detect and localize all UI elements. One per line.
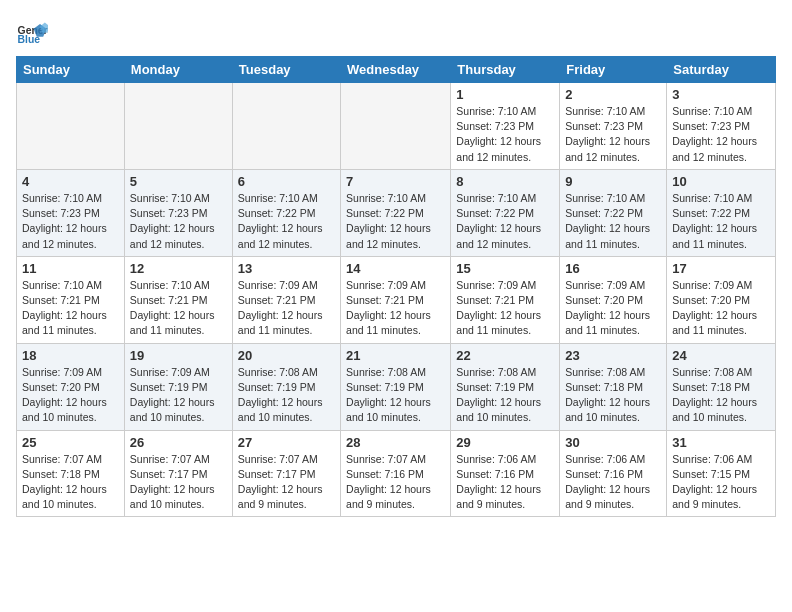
calendar-cell: 18Sunrise: 7:09 AMSunset: 7:20 PMDayligh…: [17, 343, 125, 430]
calendar-week-row: 25Sunrise: 7:07 AMSunset: 7:18 PMDayligh…: [17, 430, 776, 517]
day-info: Sunrise: 7:10 AMSunset: 7:23 PMDaylight:…: [456, 104, 554, 165]
calendar-week-row: 4Sunrise: 7:10 AMSunset: 7:23 PMDaylight…: [17, 169, 776, 256]
day-number: 6: [238, 174, 335, 189]
day-info: Sunrise: 7:10 AMSunset: 7:22 PMDaylight:…: [238, 191, 335, 252]
calendar-cell: 7Sunrise: 7:10 AMSunset: 7:22 PMDaylight…: [341, 169, 451, 256]
day-info: Sunrise: 7:09 AMSunset: 7:20 PMDaylight:…: [672, 278, 770, 339]
day-info: Sunrise: 7:10 AMSunset: 7:22 PMDaylight:…: [565, 191, 661, 252]
day-info: Sunrise: 7:09 AMSunset: 7:21 PMDaylight:…: [238, 278, 335, 339]
weekday-header-tuesday: Tuesday: [232, 57, 340, 83]
calendar-week-row: 1Sunrise: 7:10 AMSunset: 7:23 PMDaylight…: [17, 83, 776, 170]
day-info: Sunrise: 7:06 AMSunset: 7:16 PMDaylight:…: [456, 452, 554, 513]
day-info: Sunrise: 7:09 AMSunset: 7:20 PMDaylight:…: [22, 365, 119, 426]
calendar-table: SundayMondayTuesdayWednesdayThursdayFrid…: [16, 56, 776, 517]
day-info: Sunrise: 7:07 AMSunset: 7:16 PMDaylight:…: [346, 452, 445, 513]
day-number: 13: [238, 261, 335, 276]
day-number: 10: [672, 174, 770, 189]
day-number: 9: [565, 174, 661, 189]
calendar-cell: [232, 83, 340, 170]
day-info: Sunrise: 7:06 AMSunset: 7:15 PMDaylight:…: [672, 452, 770, 513]
weekday-header-monday: Monday: [124, 57, 232, 83]
calendar-cell: 13Sunrise: 7:09 AMSunset: 7:21 PMDayligh…: [232, 256, 340, 343]
calendar-cell: 17Sunrise: 7:09 AMSunset: 7:20 PMDayligh…: [667, 256, 776, 343]
day-number: 4: [22, 174, 119, 189]
day-info: Sunrise: 7:08 AMSunset: 7:19 PMDaylight:…: [346, 365, 445, 426]
day-info: Sunrise: 7:10 AMSunset: 7:23 PMDaylight:…: [22, 191, 119, 252]
calendar-cell: 4Sunrise: 7:10 AMSunset: 7:23 PMDaylight…: [17, 169, 125, 256]
calendar-cell: 20Sunrise: 7:08 AMSunset: 7:19 PMDayligh…: [232, 343, 340, 430]
day-number: 3: [672, 87, 770, 102]
calendar-cell: [341, 83, 451, 170]
calendar-cell: 23Sunrise: 7:08 AMSunset: 7:18 PMDayligh…: [560, 343, 667, 430]
weekday-header-friday: Friday: [560, 57, 667, 83]
calendar-cell: 10Sunrise: 7:10 AMSunset: 7:22 PMDayligh…: [667, 169, 776, 256]
day-info: Sunrise: 7:08 AMSunset: 7:19 PMDaylight:…: [238, 365, 335, 426]
day-number: 18: [22, 348, 119, 363]
calendar-cell: 25Sunrise: 7:07 AMSunset: 7:18 PMDayligh…: [17, 430, 125, 517]
day-number: 1: [456, 87, 554, 102]
day-info: Sunrise: 7:10 AMSunset: 7:22 PMDaylight:…: [456, 191, 554, 252]
calendar-cell: 9Sunrise: 7:10 AMSunset: 7:22 PMDaylight…: [560, 169, 667, 256]
day-number: 30: [565, 435, 661, 450]
day-number: 21: [346, 348, 445, 363]
day-info: Sunrise: 7:10 AMSunset: 7:23 PMDaylight:…: [130, 191, 227, 252]
day-number: 14: [346, 261, 445, 276]
day-info: Sunrise: 7:09 AMSunset: 7:19 PMDaylight:…: [130, 365, 227, 426]
calendar-cell: 27Sunrise: 7:07 AMSunset: 7:17 PMDayligh…: [232, 430, 340, 517]
weekday-header-saturday: Saturday: [667, 57, 776, 83]
day-info: Sunrise: 7:08 AMSunset: 7:18 PMDaylight:…: [672, 365, 770, 426]
day-number: 31: [672, 435, 770, 450]
calendar-cell: 30Sunrise: 7:06 AMSunset: 7:16 PMDayligh…: [560, 430, 667, 517]
day-number: 16: [565, 261, 661, 276]
calendar-body: 1Sunrise: 7:10 AMSunset: 7:23 PMDaylight…: [17, 83, 776, 517]
day-info: Sunrise: 7:10 AMSunset: 7:22 PMDaylight:…: [672, 191, 770, 252]
calendar-cell: 19Sunrise: 7:09 AMSunset: 7:19 PMDayligh…: [124, 343, 232, 430]
calendar-cell: 31Sunrise: 7:06 AMSunset: 7:15 PMDayligh…: [667, 430, 776, 517]
weekday-header-row: SundayMondayTuesdayWednesdayThursdayFrid…: [17, 57, 776, 83]
calendar-cell: 21Sunrise: 7:08 AMSunset: 7:19 PMDayligh…: [341, 343, 451, 430]
day-number: 11: [22, 261, 119, 276]
day-number: 24: [672, 348, 770, 363]
day-number: 17: [672, 261, 770, 276]
day-number: 7: [346, 174, 445, 189]
day-number: 20: [238, 348, 335, 363]
day-number: 28: [346, 435, 445, 450]
day-number: 25: [22, 435, 119, 450]
logo: General Blue: [16, 16, 52, 48]
calendar-cell: 26Sunrise: 7:07 AMSunset: 7:17 PMDayligh…: [124, 430, 232, 517]
day-info: Sunrise: 7:07 AMSunset: 7:17 PMDaylight:…: [238, 452, 335, 513]
calendar-cell: 3Sunrise: 7:10 AMSunset: 7:23 PMDaylight…: [667, 83, 776, 170]
calendar-cell: 24Sunrise: 7:08 AMSunset: 7:18 PMDayligh…: [667, 343, 776, 430]
calendar-cell: 6Sunrise: 7:10 AMSunset: 7:22 PMDaylight…: [232, 169, 340, 256]
day-number: 2: [565, 87, 661, 102]
day-info: Sunrise: 7:08 AMSunset: 7:19 PMDaylight:…: [456, 365, 554, 426]
day-number: 8: [456, 174, 554, 189]
calendar-cell: 11Sunrise: 7:10 AMSunset: 7:21 PMDayligh…: [17, 256, 125, 343]
weekday-header-thursday: Thursday: [451, 57, 560, 83]
calendar-cell: 1Sunrise: 7:10 AMSunset: 7:23 PMDaylight…: [451, 83, 560, 170]
day-info: Sunrise: 7:08 AMSunset: 7:18 PMDaylight:…: [565, 365, 661, 426]
day-number: 19: [130, 348, 227, 363]
day-number: 26: [130, 435, 227, 450]
calendar-cell: 12Sunrise: 7:10 AMSunset: 7:21 PMDayligh…: [124, 256, 232, 343]
calendar-week-row: 18Sunrise: 7:09 AMSunset: 7:20 PMDayligh…: [17, 343, 776, 430]
day-number: 22: [456, 348, 554, 363]
day-info: Sunrise: 7:06 AMSunset: 7:16 PMDaylight:…: [565, 452, 661, 513]
calendar-cell: 29Sunrise: 7:06 AMSunset: 7:16 PMDayligh…: [451, 430, 560, 517]
day-number: 15: [456, 261, 554, 276]
day-info: Sunrise: 7:10 AMSunset: 7:23 PMDaylight:…: [672, 104, 770, 165]
day-info: Sunrise: 7:10 AMSunset: 7:23 PMDaylight:…: [565, 104, 661, 165]
day-number: 23: [565, 348, 661, 363]
logo-icon: General Blue: [16, 16, 48, 48]
calendar-cell: 5Sunrise: 7:10 AMSunset: 7:23 PMDaylight…: [124, 169, 232, 256]
calendar-week-row: 11Sunrise: 7:10 AMSunset: 7:21 PMDayligh…: [17, 256, 776, 343]
calendar-cell: [17, 83, 125, 170]
calendar-cell: 22Sunrise: 7:08 AMSunset: 7:19 PMDayligh…: [451, 343, 560, 430]
day-info: Sunrise: 7:10 AMSunset: 7:21 PMDaylight:…: [130, 278, 227, 339]
calendar-cell: [124, 83, 232, 170]
day-number: 5: [130, 174, 227, 189]
calendar-cell: 8Sunrise: 7:10 AMSunset: 7:22 PMDaylight…: [451, 169, 560, 256]
day-number: 29: [456, 435, 554, 450]
calendar-cell: 2Sunrise: 7:10 AMSunset: 7:23 PMDaylight…: [560, 83, 667, 170]
day-number: 12: [130, 261, 227, 276]
